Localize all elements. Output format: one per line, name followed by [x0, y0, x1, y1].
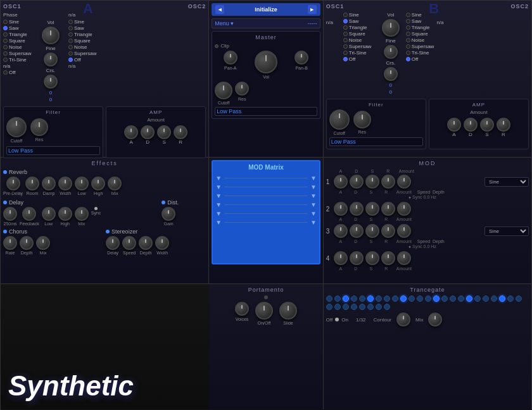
d-b-knob[interactable] — [464, 118, 478, 132]
trance-dot-3[interactable] — [351, 295, 357, 302]
trance-dot-15[interactable] — [450, 295, 456, 302]
trance-dot-4[interactable] — [359, 295, 365, 302]
osc-a-fine-knob[interactable] — [44, 53, 58, 66]
trance-dot-12[interactable] — [425, 295, 431, 302]
delay-time-knob[interactable] — [3, 207, 17, 221]
osc-b-crs-knob[interactable] — [384, 67, 398, 81]
mod4-r-knob[interactable] — [381, 251, 395, 265]
r-b-knob[interactable] — [497, 118, 510, 132]
low-reverb-knob[interactable] — [75, 177, 89, 190]
osc-a-noise[interactable]: Noise — [3, 44, 38, 50]
osc-a-sine[interactable]: Sine — [3, 19, 38, 25]
mod1-amount-knob[interactable] — [397, 175, 411, 189]
osc2-a-saw[interactable]: Saw — [68, 25, 97, 31]
trance-dot-27[interactable] — [351, 304, 357, 310]
slide-knob[interactable] — [279, 302, 297, 320]
trance-contour-knob[interactable] — [396, 313, 410, 326]
osc-b-fine-knob[interactable] — [384, 45, 398, 59]
osc2-b-off[interactable]: Off — [406, 56, 434, 62]
mod3-s-knob[interactable] — [365, 224, 379, 238]
mod1-s-knob[interactable] — [365, 175, 379, 189]
osc2-a-off[interactable]: Off — [68, 57, 97, 63]
master-filter-select[interactable]: Low Pass High Pass — [215, 107, 317, 116]
trance-dot-1[interactable] — [334, 295, 341, 302]
trance-mix-knob[interactable] — [428, 313, 442, 326]
mod3-d-knob[interactable] — [350, 224, 364, 238]
mod2-s-knob[interactable] — [365, 202, 379, 216]
trance-switch-dot[interactable] — [335, 318, 339, 321]
master-cutoff-knob[interactable] — [215, 82, 232, 99]
osc2-a-sine[interactable]: Sine — [68, 19, 97, 25]
mod2-a-knob[interactable] — [334, 202, 348, 216]
mix-chorus-knob[interactable] — [36, 236, 50, 250]
mod3-amount-knob[interactable] — [397, 224, 411, 238]
osc2-b-supersaw[interactable]: Supersaw — [406, 44, 434, 49]
trance-dot-9[interactable] — [400, 295, 407, 302]
mod2-d-knob[interactable] — [350, 202, 364, 216]
mix-delay-knob[interactable] — [75, 207, 89, 221]
osc-b-trisine[interactable]: Tri-Sine — [343, 50, 378, 56]
trance-dot-16[interactable] — [458, 295, 464, 302]
mod1-waveform-select[interactable]: SineSawSquare — [484, 177, 529, 187]
pan-a-knob[interactable] — [224, 51, 238, 65]
res-a-knob[interactable] — [30, 118, 48, 136]
trance-dot-13[interactable] — [433, 295, 440, 302]
mod3-r-knob[interactable] — [381, 224, 395, 238]
high-reverb-knob[interactable] — [91, 177, 105, 190]
mod4-amount-knob[interactable] — [397, 251, 411, 265]
trance-dot-10[interactable] — [408, 295, 415, 302]
trance-dot-0[interactable] — [326, 295, 332, 302]
low-delay-knob[interactable] — [42, 207, 56, 221]
filter-b-select[interactable]: Low Pass High Pass — [329, 137, 423, 146]
cutoff-a-knob[interactable] — [6, 117, 27, 137]
menu-label[interactable]: Menu ▾ — [215, 20, 234, 27]
mod2-amount-knob[interactable] — [397, 202, 411, 216]
osc-b-supersaw[interactable]: Supersaw — [343, 44, 378, 49]
osc-a-crs-knob[interactable] — [44, 75, 58, 89]
stereo-width-knob[interactable] — [155, 236, 169, 250]
gain-knob[interactable] — [162, 207, 175, 221]
osc2-a-triangle[interactable]: Triangle — [68, 32, 97, 37]
stereo-depth-knob[interactable] — [139, 236, 153, 250]
osc-b-sine[interactable]: Sine — [343, 12, 378, 18]
osc2-b-noise[interactable]: Noise — [406, 37, 434, 43]
trance-dot-31[interactable] — [384, 304, 390, 310]
osc-a-saw[interactable]: Saw — [3, 25, 38, 31]
osc2-a-supersaw[interactable]: Supersaw — [68, 51, 97, 56]
trance-dot-30[interactable] — [376, 304, 382, 310]
prev-button[interactable]: ◄ — [215, 5, 224, 14]
trance-dot-17[interactable] — [466, 295, 472, 302]
damp-knob[interactable] — [42, 177, 56, 190]
trance-dot-23[interactable] — [516, 295, 522, 302]
osc-b-square[interactable]: Square — [343, 31, 378, 37]
stereo-speed-knob[interactable] — [122, 236, 136, 250]
voices-knob[interactable] — [235, 302, 249, 316]
osc-b-noise[interactable]: Noise — [343, 37, 378, 43]
osc-b-vol-knob[interactable] — [382, 19, 400, 37]
mod3-waveform-select[interactable]: SineSawSquare — [484, 227, 529, 236]
predelay-knob[interactable] — [6, 177, 20, 190]
trance-dot-21[interactable] — [499, 295, 505, 302]
mod1-a-knob[interactable] — [334, 175, 348, 189]
stereo-delay-knob[interactable] — [106, 236, 120, 250]
osc-a-vol-knob[interactable] — [42, 27, 60, 44]
mod4-a-knob[interactable] — [334, 251, 348, 265]
cutoff-b-knob[interactable] — [329, 109, 350, 130]
osc2-b-triangle[interactable]: Triangle — [406, 25, 434, 30]
onoff-knob[interactable] — [255, 302, 273, 320]
trance-dot-22[interactable] — [507, 295, 514, 302]
trance-dot-28[interactable] — [359, 304, 365, 310]
osc2-b-square[interactable]: Square — [406, 31, 434, 37]
mod1-d-knob[interactable] — [350, 175, 364, 189]
pan-b-knob[interactable] — [294, 51, 308, 65]
osc-b-triangle[interactable]: Triangle — [343, 25, 378, 30]
mix-reverb-knob[interactable] — [108, 177, 122, 190]
d-knob[interactable] — [141, 125, 155, 139]
filter-a-select[interactable]: Low Pass High Pass Band Pass — [6, 146, 100, 155]
master-vol-knob[interactable] — [255, 51, 277, 73]
room-knob[interactable] — [25, 177, 39, 190]
width-knob[interactable] — [58, 177, 72, 190]
trance-dot-25[interactable] — [334, 304, 341, 310]
osc2-a-noise[interactable]: Noise — [68, 44, 97, 50]
mod3-a-knob[interactable] — [334, 224, 348, 238]
